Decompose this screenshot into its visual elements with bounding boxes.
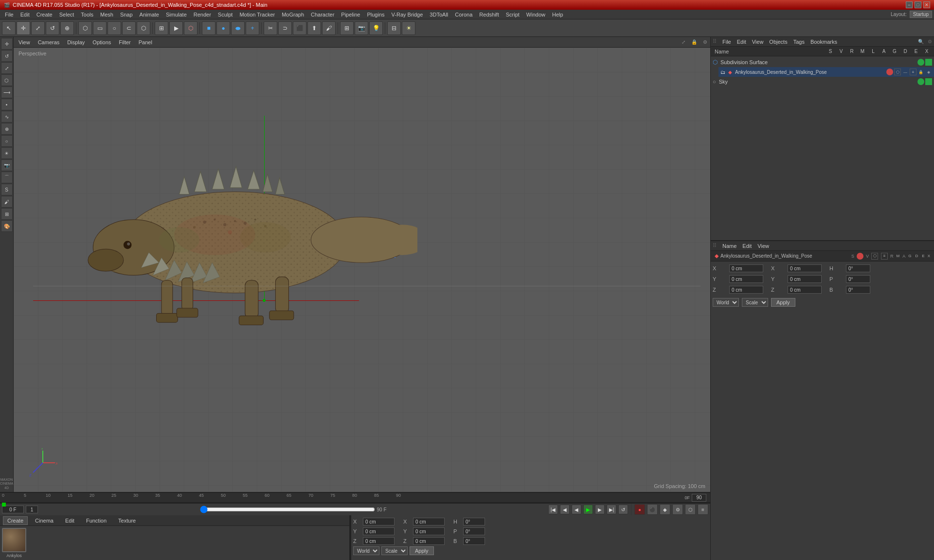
current-frame-input[interactable]	[2, 506, 24, 513]
am-menu-view[interactable]: View	[755, 243, 771, 249]
motion-btn[interactable]: ⬡	[685, 504, 696, 515]
tool-rotate[interactable]: ↺	[1, 50, 13, 62]
apply-button[interactable]: Apply	[410, 546, 434, 555]
first-frame-btn[interactable]: |◀	[548, 505, 558, 514]
menu-pipeline[interactable]: Pipeline	[338, 11, 363, 18]
select-poly-btn[interactable]: ⬡	[137, 21, 150, 35]
record-key-btn[interactable]: ◆	[660, 504, 670, 515]
menu-plugins[interactable]: Plugins	[364, 11, 387, 18]
am-menu-edit[interactable]: Edit	[740, 243, 754, 249]
am-y-pos[interactable]	[729, 275, 763, 283]
am-vis-dot[interactable]	[857, 253, 863, 260]
anky-type-icon[interactable]: ⬡	[894, 69, 901, 75]
am-b-rot[interactable]	[846, 286, 870, 294]
viewport-layout-btn[interactable]: ⊞	[340, 21, 354, 35]
timeline-slider[interactable]	[200, 507, 375, 512]
end-frame-input[interactable]	[692, 494, 706, 502]
menu-create[interactable]: Create	[34, 11, 55, 18]
am-menu-name[interactable]: Name	[720, 243, 738, 249]
am-type-btn[interactable]: ⬡	[871, 253, 878, 260]
world-dropdown[interactable]: World	[353, 546, 379, 555]
sphere-btn[interactable]: ●	[216, 21, 230, 35]
tool-move[interactable]: ✛	[1, 38, 13, 50]
tool-polygon[interactable]: ⬡	[1, 74, 13, 86]
render-view-btn[interactable]: ▶	[169, 21, 183, 35]
menu-render[interactable]: Render	[191, 11, 214, 18]
subdiv-check-green[interactable]	[925, 59, 932, 66]
menu-mograph[interactable]: MoGraph	[279, 11, 307, 18]
select-lasso-btn[interactable]: ⊂	[122, 21, 136, 35]
tool-light[interactable]: ☀	[1, 147, 13, 159]
subdiv-vis-green[interactable]	[917, 59, 924, 66]
om-menu-file[interactable]: File	[720, 38, 733, 45]
tool-scale[interactable]: ⤢	[1, 62, 13, 74]
am-z-pos[interactable]	[729, 286, 763, 294]
layout-selector[interactable]: Startup	[910, 11, 932, 18]
menu-redshift[interactable]: Redshift	[476, 11, 502, 18]
transform-tool-btn[interactable]: ⊕	[60, 21, 74, 35]
rot-p-input[interactable]	[463, 527, 485, 535]
vp-expand-btn[interactable]: ⤢	[682, 39, 685, 45]
tool-spline[interactable]: ∿	[1, 111, 13, 122]
tab-function[interactable]: Function	[82, 516, 111, 525]
pos-x-input[interactable]	[363, 518, 395, 525]
menu-character[interactable]: Character	[308, 11, 337, 18]
next-key-btn[interactable]: ▶	[595, 505, 605, 514]
am-x-size[interactable]	[788, 264, 822, 272]
om-item-ankylosaurus[interactable]: 🗂 ◆ Ankylosaurus_Deserted_in_Walking_Pos…	[718, 67, 934, 77]
rot-h-input[interactable]	[463, 518, 485, 525]
play-btn[interactable]: ▶	[583, 505, 593, 514]
am-x-pos[interactable]	[729, 264, 763, 272]
menu-animate[interactable]: Animate	[137, 11, 162, 18]
om-menu-edit[interactable]: Edit	[735, 38, 748, 45]
pos-z-input[interactable]	[363, 537, 395, 545]
am-y-size[interactable]	[788, 275, 822, 283]
pos-y-input[interactable]	[363, 527, 395, 535]
tool-weight[interactable]: S	[1, 184, 13, 195]
select-circle-btn[interactable]: ○	[108, 21, 121, 35]
last-frame-btn[interactable]: ▶|	[607, 505, 616, 514]
vp-menu-display[interactable]: Display	[65, 38, 87, 46]
sky-check-green[interactable]	[925, 78, 932, 85]
cursor-tool-btn[interactable]: ↖	[2, 21, 16, 35]
tool-cam[interactable]: 📷	[1, 159, 13, 171]
menu-snap[interactable]: Snap	[117, 11, 136, 18]
anky-vis-red[interactable]	[886, 69, 893, 75]
vp-menu-options[interactable]: Options	[90, 38, 113, 46]
tool-joint[interactable]: ⊕	[1, 123, 13, 135]
record-config-btn[interactable]: ⚙	[672, 504, 683, 515]
rotate-tool-btn[interactable]: ↺	[46, 21, 59, 35]
tool-null[interactable]: ○	[1, 135, 13, 147]
tab-create[interactable]: Create	[3, 516, 28, 525]
om-search-icon[interactable]: 🔍	[918, 39, 924, 44]
viewport-light-btn[interactable]: 💡	[369, 21, 383, 35]
material-thumbnail[interactable]	[2, 528, 26, 552]
close-button[interactable]: ✕	[923, 1, 930, 8]
scale-dropdown[interactable]: Scale	[381, 546, 408, 555]
select-live-btn[interactable]: ⬡	[78, 21, 92, 35]
paint-btn[interactable]: 🖌	[322, 21, 336, 35]
menu-corona[interactable]: Corona	[452, 11, 475, 18]
bridge-btn[interactable]: ⊃	[278, 21, 292, 35]
am-p-rot[interactable]	[846, 275, 870, 283]
size-z-input[interactable]	[413, 537, 445, 545]
minimize-button[interactable]: –	[906, 1, 913, 8]
menu-window[interactable]: Window	[523, 11, 548, 18]
sky-vis-green[interactable]	[917, 78, 924, 85]
om-settings-icon[interactable]: ⚙	[928, 39, 932, 44]
menu-file[interactable]: File	[2, 11, 17, 18]
tool-sculpt[interactable]: 🖌	[1, 196, 13, 208]
size-y-input[interactable]	[413, 527, 445, 535]
extrude-btn[interactable]: ⬆	[307, 21, 321, 35]
render-region-btn[interactable]: ⊞	[155, 21, 168, 35]
material-item[interactable]: Ankylos	[2, 528, 26, 558]
tab-texture[interactable]: Texture	[114, 516, 140, 525]
loop-btn[interactable]: ↺	[618, 505, 628, 514]
timeline-view-btn[interactable]: ≡	[698, 504, 708, 515]
menu-help[interactable]: Help	[549, 11, 566, 18]
floor-btn[interactable]: ⊟	[387, 21, 401, 35]
menu-motiontracker[interactable]: Motion Tracker	[236, 11, 278, 18]
render-btn[interactable]: ⬡	[184, 21, 198, 35]
tool-grid[interactable]: ⊞	[1, 208, 13, 220]
vp-menu-filter[interactable]: Filter	[117, 38, 132, 46]
